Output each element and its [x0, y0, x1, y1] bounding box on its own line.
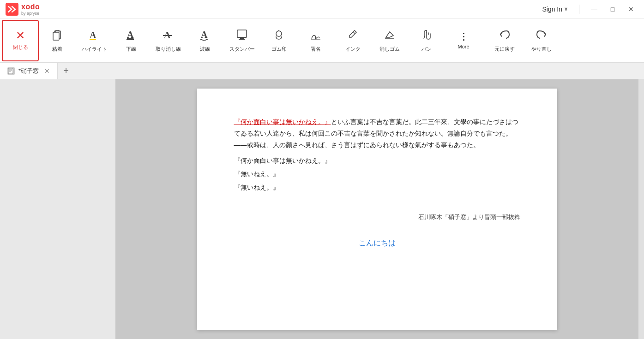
tool-close[interactable]: ✕ 閉じる	[2, 20, 39, 61]
tool-pan-label: パン	[421, 46, 432, 53]
tool-signature[interactable]: 署名	[297, 20, 334, 61]
tool-paste[interactable]: 粘着	[39, 20, 76, 61]
paragraph-2: 『何か面白い事は無いかねえ。』	[234, 155, 520, 167]
tab-doc-icon	[7, 67, 15, 75]
tool-highlight[interactable]: A ハイライト	[76, 20, 113, 61]
sign-in-button[interactable]: Sign In ∨	[538, 4, 572, 15]
toolbar: ✕ 閉じる 粘着 A ハイライト A 下線 A 取り消し線 A 波線	[0, 18, 644, 63]
highlight-icon: A	[88, 28, 101, 43]
svg-text:A: A	[201, 30, 208, 40]
tool-ink-label: インク	[345, 46, 361, 53]
tool-redo[interactable]: やり直し	[523, 20, 560, 61]
close-tool-icon: ✕	[16, 30, 25, 41]
maximize-button[interactable]: □	[605, 2, 620, 17]
svg-rect-4	[90, 39, 96, 40]
tab-add-button[interactable]: +	[58, 63, 74, 79]
close-button[interactable]: ✕	[624, 2, 638, 17]
greeting-text: こんにちは	[234, 237, 520, 250]
tool-paste-label: 粘着	[52, 46, 62, 53]
tab-bar: *硝子窓 ✕ +	[0, 63, 644, 79]
svg-text:A: A	[90, 30, 96, 40]
attribution-text: 石川啄木「硝子窓」より冒頭一部抜粋	[234, 212, 520, 222]
logo-area: xodo by apryse	[6, 3, 40, 16]
tool-undo[interactable]: 元に戻す	[486, 20, 523, 61]
window-controls: Sign In ∨ — □ ✕	[538, 2, 638, 17]
eraser-icon	[383, 28, 396, 43]
title-bar: xodo by apryse Sign In ∨ — □ ✕	[0, 0, 644, 18]
rubber-icon	[272, 28, 285, 43]
tool-eraser-label: 消しゴム	[379, 46, 400, 53]
logo-text: xodo by apryse	[21, 3, 40, 16]
tool-rubber-label: ゴム印	[271, 46, 287, 53]
page-container: 『何か面白い事は無いかねえ。』といふ言葉は不吉な言葉だ。此二三年來、文學の事にた…	[197, 89, 557, 330]
svg-rect-2	[53, 32, 59, 40]
highlighted-text: 『何か面白い事は無いかねえ。』	[234, 118, 331, 125]
strikethrough-icon: A	[162, 28, 175, 43]
app-name: xodo	[21, 3, 40, 11]
paragraph-1: 『何か面白い事は無いかねえ。』といふ言葉は不吉な言葉だ。此二三年來、文學の事にた…	[234, 116, 520, 151]
svg-text:A: A	[127, 30, 134, 40]
tool-stamper[interactable]: スタンパー	[223, 20, 260, 61]
tool-highlight-label: ハイライト	[82, 46, 107, 53]
tool-pan[interactable]: パン	[408, 20, 445, 61]
tool-more-label: More	[457, 44, 469, 49]
scrollbar-right[interactable]	[638, 79, 644, 339]
more-icon: ⋮	[459, 32, 468, 41]
tab-label: *硝子窓	[18, 67, 39, 75]
tool-stamper-label: スタンパー	[229, 46, 255, 53]
signature-icon	[309, 28, 322, 43]
paste-icon	[51, 28, 64, 43]
tool-underline[interactable]: A 下線	[113, 20, 150, 61]
ink-icon	[346, 28, 359, 43]
xodo-logo-icon	[6, 3, 18, 16]
paragraph-3: 『無いねえ。』	[234, 168, 520, 180]
tool-signature-label: 署名	[311, 46, 321, 53]
tool-wave-label: 波線	[200, 46, 210, 53]
app-by: by apryse	[21, 11, 40, 16]
paragraph-4: 『無いねえ。』	[234, 182, 520, 193]
svg-rect-19	[8, 68, 13, 74]
wave-icon: A	[199, 28, 211, 43]
document-area[interactable]: 『何か面白い事は無いかねえ。』といふ言葉は不吉な言葉だ。此二三年來、文學の事にた…	[115, 79, 638, 339]
svg-point-14	[276, 31, 282, 36]
tool-more[interactable]: ⋮ More	[445, 20, 482, 61]
tool-redo-label: やり直し	[531, 46, 552, 53]
main-content: 『何か面白い事は無いかねえ。』といふ言葉は不吉な言葉だ。此二三年來、文學の事にた…	[0, 79, 644, 339]
tool-close-label: 閉じる	[13, 44, 28, 51]
underline-icon: A	[125, 28, 138, 43]
tool-eraser[interactable]: 消しゴム	[371, 20, 408, 61]
tool-rubber[interactable]: ゴム印	[260, 20, 297, 61]
tool-wave[interactable]: A 波線	[187, 20, 223, 61]
tool-underline-label: 下線	[126, 46, 136, 53]
tool-ink[interactable]: インク	[334, 20, 371, 61]
tab-document[interactable]: *硝子窓 ✕	[0, 63, 58, 79]
tool-strikethrough-label: 取り消し線	[156, 46, 181, 53]
undo-icon	[498, 28, 511, 43]
tool-undo-label: 元に戻す	[494, 46, 515, 53]
minimize-button[interactable]: —	[587, 2, 602, 17]
redo-icon	[535, 28, 548, 43]
tab-close-button[interactable]: ✕	[44, 67, 50, 75]
tool-strikethrough[interactable]: A 取り消し線	[150, 20, 187, 61]
svg-rect-10	[237, 30, 247, 37]
toolbar-divider	[484, 27, 484, 54]
sidebar-left	[0, 79, 115, 339]
stamper-icon	[235, 28, 248, 43]
pan-icon	[420, 28, 433, 43]
document-text: 『何か面白い事は無いかねえ。』といふ言葉は不吉な言葉だ。此二三年來、文學の事にた…	[234, 116, 520, 250]
divider	[579, 5, 579, 14]
